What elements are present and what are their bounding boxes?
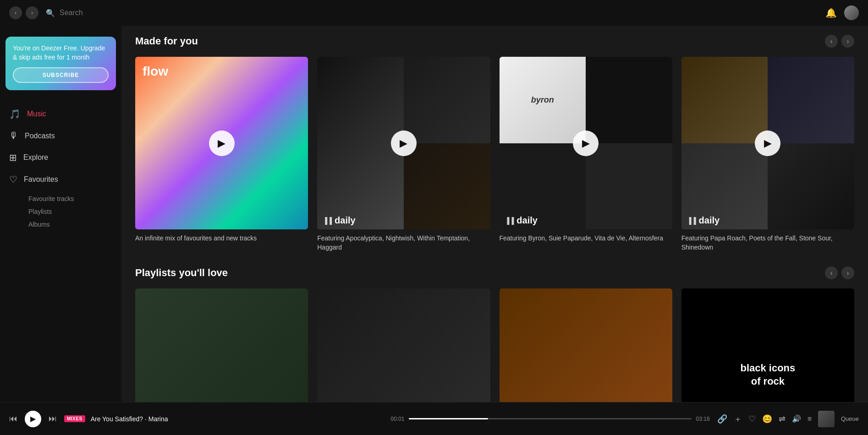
- eq-icon[interactable]: ≡: [808, 415, 812, 423]
- daily-1-play-overlay: ▶: [317, 57, 490, 229]
- progress-bar[interactable]: [409, 418, 691, 419]
- flow-description: An infinite mix of favourites and new tr…: [135, 234, 308, 243]
- flow-play-button[interactable]: ▶: [209, 130, 235, 156]
- promo-text: You're on Deezer Free. Upgrade & skip ad…: [13, 44, 109, 62]
- total-time: 03:18: [696, 416, 710, 422]
- current-time: 00:01: [390, 416, 404, 422]
- sidebar-label-podcasts: Podcasts: [25, 132, 55, 140]
- flow-play-overlay: ▶: [135, 57, 308, 229]
- explore-icon: ⊞: [9, 152, 17, 163]
- daily-3-description: Featuring Papa Roach, Poets of the Fall,…: [681, 234, 854, 252]
- nav-arrows: ‹ ›: [9, 6, 38, 19]
- track-thumbnail: [818, 411, 835, 427]
- playlists-next[interactable]: ›: [841, 266, 854, 279]
- playlists-arrows: ‹ ›: [825, 266, 854, 279]
- forward-button[interactable]: ›: [26, 6, 38, 19]
- flow-thumbnail: flow ▶: [135, 57, 308, 229]
- daily-2-card[interactable]: byron ▐▐ daily ▶ Featuring: [500, 57, 672, 252]
- daily-2-play-button[interactable]: ▶: [573, 130, 599, 156]
- sidebar-label-explore: Explore: [23, 153, 48, 162]
- playlists-section: Playlists you'll love ‹ ›: [135, 266, 854, 402]
- playlist-4-label-2: of rock: [751, 375, 785, 388]
- playlists-title: Playlists you'll love: [135, 267, 228, 279]
- playlists-cards: black icons of rock: [135, 288, 854, 402]
- player-skip-forward[interactable]: ⏭: [49, 414, 57, 424]
- sidebar-item-favourites[interactable]: ♡ Favourites: [0, 169, 121, 190]
- daily-1-description: Featuring Apocalyptica, Nightwish, Withi…: [317, 234, 490, 252]
- track-name: Are You Satisfied? · Marina: [91, 415, 168, 423]
- notifications-icon[interactable]: 🔔: [825, 7, 837, 18]
- promo-card: You're on Deezer Free. Upgrade & skip ad…: [5, 37, 116, 90]
- daily-2-description: Featuring Byron, Suie Paparude, Vita de …: [500, 234, 672, 243]
- music-icon: 🎵: [9, 109, 21, 120]
- volume-icon[interactable]: 🔊: [792, 414, 801, 423]
- sidebar-item-podcasts[interactable]: 🎙 Podcasts: [0, 125, 121, 147]
- made-for-you-cards: flow ▶ An infinite mix of favourites and…: [135, 57, 854, 252]
- playlist-1-card[interactable]: [135, 288, 308, 402]
- made-for-you-header: Made for you ‹ ›: [135, 35, 854, 48]
- daily-3-card[interactable]: ▐▐ daily ▶ Featuring Papa Roach, Poets o…: [681, 57, 854, 252]
- player-controls: ⏮ ▶ ⏭: [9, 411, 57, 427]
- daily-2-thumbnail: byron ▐▐ daily ▶: [500, 57, 672, 229]
- sidebar-item-explore[interactable]: ⊞ Explore: [0, 147, 121, 169]
- favourites-icon: ♡: [9, 174, 17, 185]
- shuffle-icon[interactable]: ⇌: [779, 414, 786, 424]
- sidebar-nav: 🎵 Music 🎙 Podcasts ⊞ Explore ♡ Favourite…: [0, 99, 121, 236]
- daily-3-thumbnail: ▐▐ daily ▶: [681, 57, 854, 229]
- player-track: MIXES Are You Satisfied? · Marina: [64, 415, 383, 423]
- daily-1-card[interactable]: ▐▐ daily ▶ Featuring Apocalyptica, Night…: [317, 57, 490, 252]
- main-layout: You're on Deezer Free. Upgrade & skip ad…: [0, 26, 868, 402]
- player-right: 🔗 ＋ ♡ 😊 ⇌ 🔊 ≡ Queue: [717, 411, 859, 427]
- sidebar-item-favourite-tracks[interactable]: Favourite tracks: [25, 192, 121, 205]
- search-icon: 🔍: [46, 9, 55, 17]
- flow-card[interactable]: flow ▶ An infinite mix of favourites and…: [135, 57, 308, 252]
- sidebar-item-albums[interactable]: Albums: [25, 218, 121, 231]
- queue-button[interactable]: Queue: [841, 415, 859, 422]
- avatar[interactable]: [844, 5, 859, 20]
- daily-3-play-button[interactable]: ▶: [755, 130, 780, 156]
- content: Made for you ‹ › flow ▶: [121, 26, 868, 402]
- player-skip-back[interactable]: ⏮: [9, 414, 17, 424]
- daily-1-play-button[interactable]: ▶: [391, 130, 417, 156]
- sidebar: You're on Deezer Free. Upgrade & skip ad…: [0, 26, 121, 402]
- playlist-4-card[interactable]: black icons of rock: [681, 288, 854, 402]
- sidebar-sub: Favourite tracks Playlists Albums: [0, 190, 121, 233]
- playlists-header: Playlists you'll love ‹ ›: [135, 266, 854, 279]
- playlist-2-card[interactable]: [317, 288, 490, 402]
- sidebar-label-favourites: Favourites: [24, 175, 58, 184]
- back-button[interactable]: ‹: [9, 6, 22, 19]
- made-for-you-section: Made for you ‹ › flow ▶: [135, 35, 854, 252]
- daily-2-play-overlay: ▶: [500, 57, 672, 229]
- progress-fill: [409, 418, 488, 419]
- daily-1-thumbnail: ▐▐ daily ▶: [317, 57, 490, 229]
- topbar-right: 🔔: [825, 5, 859, 20]
- made-for-you-prev[interactable]: ‹: [825, 35, 838, 48]
- search-input[interactable]: [60, 9, 151, 17]
- link-icon[interactable]: 🔗: [717, 414, 727, 424]
- playlist-3-card[interactable]: [500, 288, 672, 402]
- add-icon[interactable]: ＋: [734, 413, 742, 424]
- search-bar: 🔍: [46, 9, 818, 17]
- playlists-prev[interactable]: ‹: [825, 266, 838, 279]
- mixes-badge: MIXES: [64, 415, 85, 422]
- topbar: ‹ › 🔍 🔔: [0, 0, 868, 26]
- made-for-you-next[interactable]: ›: [841, 35, 854, 48]
- podcasts-icon: 🎙: [9, 130, 18, 141]
- sidebar-label-music: Music: [27, 110, 46, 118]
- player-timeline: 00:01 03:18: [390, 416, 709, 422]
- daily-3-play-overlay: ▶: [681, 57, 854, 229]
- player-play-button[interactable]: ▶: [25, 411, 41, 427]
- player-bar: ⏮ ▶ ⏭ MIXES Are You Satisfied? · Marina …: [0, 402, 868, 435]
- made-for-you-title: Made for you: [135, 35, 198, 47]
- emoji-icon[interactable]: 😊: [762, 414, 772, 424]
- sidebar-item-music[interactable]: 🎵 Music: [0, 103, 121, 125]
- subscribe-button[interactable]: SUBSCRIBE: [13, 67, 109, 83]
- playlist-4-label: black icons: [740, 362, 795, 375]
- made-for-you-arrows: ‹ ›: [825, 35, 854, 48]
- sidebar-item-playlists[interactable]: Playlists: [25, 205, 121, 218]
- like-icon[interactable]: ♡: [748, 414, 756, 424]
